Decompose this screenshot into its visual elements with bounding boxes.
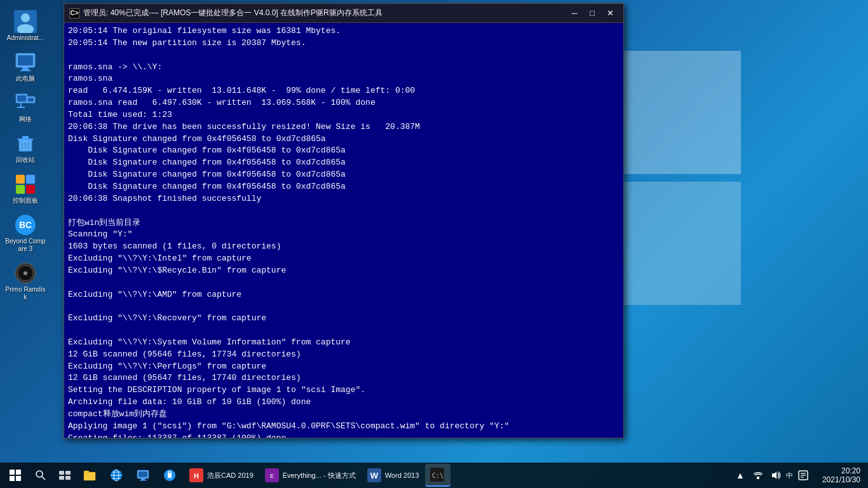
cmd-line: Excluding "\\?\Y:\AMD" from capture — [68, 289, 620, 301]
cmd-line: Disk Signature changed from 0x4f056458 t… — [68, 169, 620, 181]
cmd-line: 20:06:38 Snapshot finished successfully — [68, 193, 620, 205]
cmd-line: Excluding "\\?\Y:\System Volume Informat… — [68, 337, 620, 349]
svg-marker-57 — [772, 471, 776, 479]
everything-label: Everything... - 快速方式 — [283, 471, 356, 480]
haochencad-icon: H — [189, 468, 203, 482]
tray-ime-text[interactable]: 中 — [786, 471, 793, 480]
taskbar-browser-button[interactable] — [104, 464, 130, 487]
cmd-line: Disk Signature changed from 0x4f056458 t… — [68, 181, 620, 193]
start-button[interactable] — [3, 464, 28, 487]
word-icon: W — [367, 468, 381, 482]
cmd-line: 20:05:14 The new partition size is 20387… — [68, 37, 620, 50]
administrator-icon — [14, 10, 37, 33]
tray-network-icon[interactable] — [750, 468, 766, 483]
clock-date: 2021/10/30 — [822, 475, 860, 484]
taskbar-vpn-button[interactable] — [158, 464, 183, 487]
taskview-icon — [59, 471, 71, 480]
cmd-window-title: 管理员: 40%已完成---- [RAMOS一键批处理多合一 V4.0.0] 在… — [83, 8, 566, 18]
svg-rect-20 — [26, 175, 35, 184]
tray-volume-icon[interactable] — [768, 468, 783, 483]
desktop-icon-control[interactable]: 控制面板 — [3, 169, 48, 208]
cmd-line: Total time used: 1:23 — [68, 109, 620, 121]
svg-rect-8 — [17, 95, 26, 102]
windows-start-icon — [10, 470, 21, 481]
cmd-line: Disk Signature changed from 0x4f056458 t… — [68, 133, 620, 146]
search-icon — [35, 470, 46, 481]
cmd-line: 20:06:38 The drive has been successfully… — [68, 121, 620, 133]
desktop-icon-beyondcompare[interactable]: BC Beyond Compare 3 — [3, 210, 48, 257]
svg-rect-21 — [16, 185, 25, 194]
control-label: 控制面板 — [13, 197, 38, 205]
taskbar-cmd-button[interactable]: C:\> — [425, 464, 451, 487]
cmd-line: read 6.474.159K - written 13.011.648K - … — [68, 85, 620, 97]
mypc-label: 此电脑 — [16, 75, 35, 83]
system-clock[interactable]: 20:20 2021/10/30 — [817, 466, 865, 484]
taskbar-explorer-button[interactable] — [78, 464, 103, 487]
svg-rect-31 — [65, 471, 71, 475]
taskbar-word-button[interactable]: W Word 2013 — [362, 464, 424, 487]
svg-rect-43 — [141, 478, 145, 480]
recycle-icon — [14, 132, 37, 155]
svg-point-28 — [36, 471, 43, 477]
cmd-line: Excluding "\\?\Y:\PerfLogs" from capture — [68, 361, 620, 373]
haochencad-label: 浩辰CAD 2019 — [207, 471, 254, 480]
svg-rect-5 — [22, 67, 29, 70]
taskbar-remote-button[interactable] — [131, 464, 156, 487]
taskbar-search-button[interactable] — [29, 464, 52, 487]
recycle-label: 回收站 — [16, 156, 35, 164]
svg-rect-35 — [84, 471, 89, 473]
svg-rect-12 — [17, 107, 25, 108]
cmd-line: Archiving file data: 10 GiB of 10 GiB (1… — [68, 396, 620, 409]
svg-rect-10 — [28, 98, 34, 102]
administrator-label: Administrat... — [7, 34, 44, 42]
svg-rect-42 — [139, 471, 147, 477]
cmd-line: compact释放wim到内存盘 — [68, 409, 620, 421]
cmd-line: Creating files: 113387 of 113387 (100%) … — [68, 433, 620, 438]
cmd-titlebar[interactable]: C> 管理员: 40%已完成---- [RAMOS一键批处理多合一 V4.0.0… — [64, 4, 623, 23]
desktop-icon-network[interactable]: 网络 — [3, 88, 48, 127]
svg-rect-4 — [18, 55, 33, 65]
taskbar: H 浩辰CAD 2019 E Everything... - 快速方式 W — [0, 463, 868, 488]
desktop-icons-sidebar: Administrat... 此电脑 — [0, 0, 51, 463]
taskview-button[interactable] — [53, 464, 76, 487]
control-icon — [14, 173, 37, 196]
cmd-line: Scanning "Y:" — [68, 229, 620, 241]
clock-time: 20:20 — [841, 466, 860, 475]
svg-text:W: W — [370, 471, 379, 480]
tray-notifications-icon[interactable] — [796, 468, 811, 483]
svg-rect-14 — [18, 139, 33, 140]
cmd-line: ramos.sna -> \\.\Y: — [68, 62, 620, 74]
svg-point-1 — [21, 13, 30, 22]
taskbar-everything-button[interactable]: E Everything... - 快速方式 — [260, 464, 361, 487]
svg-text:BC: BC — [19, 220, 32, 230]
network-icon — [14, 92, 37, 114]
cmd-line — [68, 301, 620, 313]
cmd-line: Disk Signature changed from 0x4f056458 t… — [68, 157, 620, 169]
taskbar-haochencad-button[interactable]: H 浩辰CAD 2019 — [184, 464, 259, 487]
svg-text:C:\>: C:\> — [432, 472, 444, 479]
cmd-line: 打包win到当前目录 — [68, 217, 620, 229]
primoramdisk-label: Primo Ramdisk — [5, 286, 46, 301]
cmd-line — [68, 325, 620, 337]
beyondcompare-icon: BC — [14, 214, 37, 236]
mypc-icon — [14, 51, 37, 74]
desktop-icon-recycle[interactable]: 回收站 — [3, 128, 48, 168]
cmd-line: ramos.sna — [68, 73, 620, 85]
cmd-line: Excluding "\\?\Y:\Recovery" from capture — [68, 313, 620, 325]
cmd-line: Disk Signature changed from 0x4f056458 t… — [68, 145, 620, 157]
word-label: Word 2013 — [385, 471, 419, 479]
browser-icon — [109, 468, 123, 482]
svg-rect-15 — [22, 136, 29, 139]
cmd-line: ramos.sna read 6.497.630K - written 13.0… — [68, 97, 620, 109]
cmd-window-controls: ─ □ ✕ — [566, 6, 618, 20]
tray-show-hidden-button[interactable]: ▲ — [733, 468, 748, 483]
svg-rect-22 — [26, 185, 35, 194]
desktop-icon-administrator[interactable]: Administrat... — [3, 6, 48, 46]
cmd-output-area[interactable]: 20:05:14 The original filesystem size wa… — [64, 23, 623, 438]
minimize-button[interactable]: ─ — [566, 6, 583, 20]
close-button[interactable]: ✕ — [602, 6, 618, 20]
desktop-icon-primoramdisk[interactable]: Primo Ramdisk — [3, 258, 48, 305]
maximize-button[interactable]: □ — [584, 6, 600, 20]
explorer-icon — [83, 468, 97, 482]
desktop-icon-mypc[interactable]: 此电脑 — [3, 47, 48, 86]
